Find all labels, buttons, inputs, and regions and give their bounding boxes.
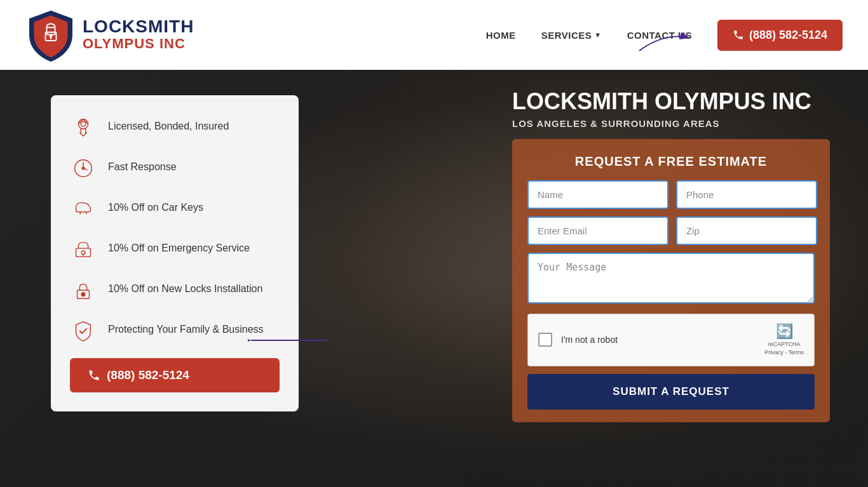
fast-response-icon [70, 155, 97, 182]
chevron-down-icon: ▼ [594, 31, 601, 39]
estimate-form: REQUEST A FREE ESTIMATE I'm not a robot … [512, 139, 830, 422]
car-keys-icon [70, 196, 97, 222]
feature-car-keys-text: 10% Off on Car Keys [108, 196, 203, 215]
recaptcha-logo-icon: 🔄 [776, 323, 793, 340]
phone-input[interactable] [676, 180, 817, 209]
header-phone-button[interactable]: (888) 582-5124 [717, 20, 843, 51]
features-card: Licensed, Bonded, Insured Fast Response … [51, 95, 299, 411]
nav-services[interactable]: SERVICES ▼ [541, 30, 602, 41]
right-content: LOCKSMITH OLYMPUS INC LOS ANGELES & SURR… [512, 89, 830, 422]
logo-text: LOCKSMITH OLYMPUS INC [83, 18, 194, 52]
feature-emergency-text: 10% Off on Emergency Service [108, 236, 250, 255]
feature-fast-response: Fast Response [70, 155, 280, 182]
logo: LOCKSMITH OLYMPUS INC [25, 8, 194, 62]
submit-button[interactable]: SUBMIT A REQUEST [527, 374, 815, 410]
form-row-name-phone [527, 180, 815, 209]
feature-fast-text: Fast Response [108, 155, 177, 174]
hero-title: LOCKSMITH OLYMPUS INC [512, 89, 830, 114]
svg-point-10 [82, 167, 85, 170]
feature-licensed-text: Licensed, Bonded, Insured [108, 114, 229, 133]
recaptcha-box: I'm not a robot 🔄 reCAPTCHA Privacy - Te… [527, 314, 815, 366]
phone-card-icon [88, 369, 100, 382]
nav-home[interactable]: HOME [486, 30, 516, 41]
licensed-icon [70, 114, 97, 141]
nav: HOME SERVICES ▼ CONTACT US (888) 582-512… [486, 20, 843, 51]
phone-icon [733, 29, 744, 41]
feature-new-locks-text: 10% Off on New Locks Installation [108, 277, 262, 296]
protecting-icon [70, 317, 97, 344]
recaptcha-right: 🔄 reCAPTCHA Privacy - Terms [764, 323, 804, 357]
new-locks-icon [70, 277, 97, 304]
svg-point-14 [81, 251, 85, 255]
svg-point-5 [78, 119, 88, 129]
logo-shield-icon [25, 8, 76, 62]
recaptcha-checkbox[interactable] [538, 333, 552, 347]
svg-point-2 [50, 35, 53, 38]
form-row-email-zip [527, 217, 815, 245]
svg-point-17 [81, 293, 85, 297]
card-phone-button[interactable]: (888) 582-5124 [70, 358, 280, 392]
feature-car-keys: 10% Off on Car Keys [70, 196, 280, 222]
recaptcha-left: I'm not a robot [538, 333, 618, 347]
recaptcha-subtext1: reCAPTCHA [768, 341, 801, 349]
emergency-icon [70, 236, 97, 263]
header: LOCKSMITH OLYMPUS INC HOME SERVICES ▼ CO… [0, 0, 868, 70]
recaptcha-label: I'm not a robot [561, 335, 618, 345]
name-input[interactable] [527, 180, 668, 209]
message-textarea[interactable] [527, 253, 815, 304]
logo-line2: OLYMPUS INC [83, 36, 194, 52]
hero-subtitle: LOS ANGELES & SURROUNDING AREAS [512, 118, 830, 129]
email-input[interactable] [527, 217, 668, 245]
feature-protecting: Protecting Your Family & Business [70, 317, 280, 344]
recaptcha-subtext2: Privacy - Terms [764, 349, 804, 357]
feature-emergency: 10% Off on Emergency Service [70, 236, 280, 263]
zip-input[interactable] [676, 217, 817, 245]
form-title: REQUEST A FREE ESTIMATE [527, 154, 815, 169]
feature-new-locks: 10% Off on New Locks Installation [70, 277, 280, 304]
logo-line1: LOCKSMITH [83, 18, 194, 36]
nav-contact[interactable]: CONTACT US [627, 30, 692, 41]
feature-protecting-text: Protecting Your Family & Business [108, 317, 264, 337]
svg-point-6 [81, 122, 86, 127]
feature-licensed: Licensed, Bonded, Insured [70, 114, 280, 141]
hero-section: Licensed, Bonded, Insured Fast Response … [0, 70, 868, 487]
